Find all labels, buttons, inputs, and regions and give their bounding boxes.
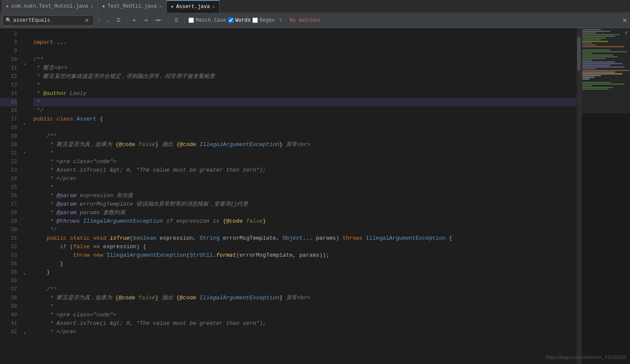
fold-13 bbox=[21, 89, 28, 98]
minimap-line bbox=[582, 65, 610, 66]
code-line-21: * bbox=[33, 149, 577, 158]
fold-30 bbox=[21, 260, 28, 268]
code-line-42: * </pre> bbox=[33, 328, 577, 336]
regex-checkbox[interactable] bbox=[252, 17, 258, 23]
tab-label-reutil: Test_ReUtil.java bbox=[107, 3, 156, 9]
fold-19[interactable]: ▾ bbox=[21, 149, 28, 158]
comment-22: * <pre class="code"> bbox=[33, 158, 116, 166]
minimap-line bbox=[582, 44, 596, 46]
fold-17 bbox=[21, 129, 28, 137]
minimap-line bbox=[582, 36, 615, 37]
scrollbar-thumb[interactable] bbox=[577, 37, 581, 71]
fold-3 bbox=[21, 40, 28, 49]
fold-32 bbox=[21, 278, 28, 287]
minimap-line bbox=[582, 73, 622, 75]
minimap-line bbox=[582, 75, 601, 76]
keyword-import: import bbox=[33, 38, 53, 47]
tab-hutool[interactable]: ● com.sukn.Test_Hutool.java ✕ bbox=[2, 0, 98, 13]
line-num-29: 29 bbox=[0, 217, 17, 226]
tab-assert[interactable]: ● Assert.java ✕ bbox=[167, 0, 220, 13]
minimap-line bbox=[582, 43, 592, 44]
search-status: No matches bbox=[289, 17, 320, 23]
line-num-12: 12 bbox=[0, 72, 17, 81]
fold-16[interactable]: ▸ bbox=[21, 120, 28, 129]
minimap-line bbox=[582, 61, 615, 63]
code-line-16: */ bbox=[33, 106, 577, 115]
vertical-scrollbar[interactable] bbox=[577, 28, 581, 364]
minimap-line bbox=[582, 83, 624, 85]
close-search-button[interactable]: ✕ bbox=[622, 17, 627, 24]
minimap-line bbox=[582, 54, 613, 56]
comment-13: * bbox=[33, 81, 40, 89]
fold-25 bbox=[21, 209, 28, 217]
code-line-18 bbox=[33, 123, 577, 132]
comment-11: * 断言<br> bbox=[33, 64, 68, 72]
code-line-19: /** bbox=[33, 132, 577, 140]
tab-reutil[interactable]: ● Test_ReUtil.java ✕ bbox=[98, 0, 167, 13]
separator-3 bbox=[185, 16, 185, 25]
fold-11 bbox=[21, 69, 28, 77]
fold-23 bbox=[21, 188, 28, 197]
tab-close-reutil[interactable]: ✕ bbox=[159, 4, 162, 9]
code-line-25: * bbox=[33, 183, 577, 192]
regex-option[interactable]: Regex bbox=[252, 17, 275, 23]
minimap-line bbox=[582, 41, 608, 42]
comment-16: */ bbox=[33, 106, 43, 115]
code-line-32: if (false == expression) { bbox=[33, 243, 577, 251]
line-num-42: 42 bbox=[0, 328, 17, 336]
select-all-button[interactable]: ⇥⇤ bbox=[152, 16, 165, 24]
comment-39: * bbox=[33, 302, 53, 311]
line-num-37: 37 bbox=[0, 285, 17, 294]
filter-button[interactable]: ☰ bbox=[172, 16, 181, 24]
fold-36 bbox=[21, 319, 28, 328]
line-num-10: 10 bbox=[0, 55, 17, 64]
fold-10[interactable]: ▾ bbox=[21, 60, 28, 69]
words-checkbox[interactable] bbox=[228, 17, 234, 23]
code-line-40: * <pre class="code"> bbox=[33, 311, 577, 319]
fold-14 bbox=[21, 100, 28, 108]
code-line-39: * bbox=[33, 302, 577, 311]
fold-2 bbox=[21, 30, 28, 38]
fold-31[interactable]: ▸ bbox=[21, 270, 28, 278]
minimap-line bbox=[582, 56, 618, 57]
minimap-line bbox=[582, 39, 601, 40]
fold-27 bbox=[21, 229, 28, 238]
code-content[interactable]: import ... /** * 断言<br> * 断言某些对象或值是否符合规定… bbox=[29, 28, 577, 364]
next-occurrence-button[interactable]: ⇥ bbox=[141, 16, 150, 24]
line-num-17: 17 bbox=[0, 115, 17, 123]
code-line-29: * @throws IllegalArgumentException if ex… bbox=[33, 217, 577, 226]
fold-26 bbox=[21, 219, 28, 227]
line-num-39: 39 bbox=[0, 302, 17, 311]
prev-occurrence-button[interactable]: ⇤ bbox=[130, 16, 139, 24]
search-input[interactable] bbox=[13, 17, 81, 23]
words-option[interactable]: Words bbox=[228, 17, 251, 23]
line-num-22: 22 bbox=[0, 158, 17, 166]
comment-41: * Assert.isTrue(i &gt; 0, "The value mus… bbox=[33, 319, 266, 328]
prev-match-button[interactable]: ↑ bbox=[95, 17, 103, 24]
find-in-file-button[interactable]: ☰ bbox=[114, 16, 123, 24]
plain-dots: ... bbox=[53, 38, 66, 47]
code-line-33: throw new IllegalArgumentException(StrUt… bbox=[33, 251, 577, 260]
minimap-line bbox=[582, 31, 610, 32]
minimap-line bbox=[582, 77, 594, 78]
line-num-41: 41 bbox=[0, 319, 17, 328]
minimap: ✓ bbox=[581, 28, 630, 364]
code-line-2 bbox=[33, 30, 577, 38]
minimap-line bbox=[582, 87, 613, 88]
line-num-20: 20 bbox=[0, 140, 17, 149]
minimap-line bbox=[582, 29, 601, 30]
tab-close-hutool[interactable]: ✕ bbox=[91, 4, 93, 9]
tab-close-assert[interactable]: ✕ bbox=[212, 4, 215, 9]
fold-37[interactable]: ▾ bbox=[21, 330, 28, 338]
regex-help-button[interactable]: ? bbox=[277, 17, 284, 24]
tab-icon-hutool: ● bbox=[6, 4, 9, 9]
comment-23: * Assert.isTrue(i &gt; 0, "The value mus… bbox=[33, 166, 266, 175]
comment-40: * <pre class="code"> bbox=[33, 311, 116, 319]
clear-search-button[interactable]: ✕ bbox=[83, 17, 91, 24]
line-num-14: 14 bbox=[0, 89, 17, 98]
next-match-button[interactable]: ↓ bbox=[105, 17, 113, 24]
code-line-41: * Assert.isTrue(i &gt; 0, "The value mus… bbox=[33, 319, 577, 328]
code-line-30: */ bbox=[33, 226, 577, 234]
match-case-option[interactable]: Match Case bbox=[188, 17, 226, 23]
match-case-checkbox[interactable] bbox=[188, 17, 194, 23]
